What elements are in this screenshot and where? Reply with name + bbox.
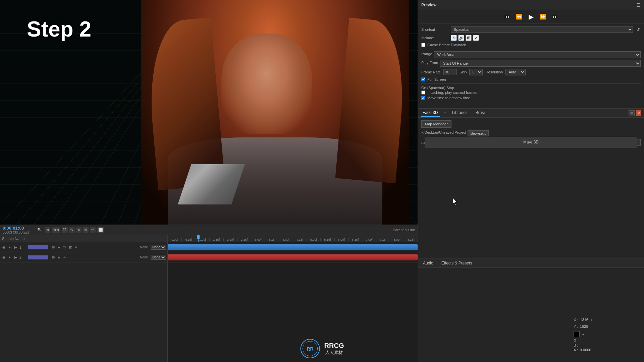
tl-btn-1[interactable]: ⊲ (45, 227, 50, 233)
tl-btn-6[interactable]: ⊕ (83, 227, 89, 233)
playback-prev-btn[interactable]: ⏪ (514, 12, 525, 21)
tab-audio[interactable]: Audio (421, 259, 435, 267)
resolution-label: Resolution (485, 70, 503, 74)
ruler-0: 0:00f (168, 238, 181, 241)
track-layer-1[interactable] (168, 242, 418, 252)
tab-brusi[interactable]: Brusi (474, 109, 487, 117)
playback-next-btn[interactable]: ⏩ (538, 12, 548, 21)
layer2-blend-btn[interactable]: ◈ (57, 255, 61, 260)
playback-controls: ⏮ ⏪ ▶ ⏩ ⏭ (418, 10, 644, 23)
tl-btn-3[interactable]: ☷ (62, 227, 68, 233)
playback-play-btn[interactable]: ▶ (527, 11, 536, 22)
magnifier-icon[interactable]: 🔍 (37, 228, 42, 232)
ruler-6: 3:00f (251, 238, 265, 241)
include-export-btn[interactable]: ↗ (473, 35, 479, 41)
ruler-9: 4:15f (293, 238, 307, 241)
ruler-17: 8:15f (404, 238, 418, 241)
preview-title: Preview (421, 3, 436, 7)
playhead[interactable] (198, 235, 199, 242)
b-label: B : (574, 343, 578, 347)
table-row[interactable]: ◉ ♦ ▶ 2 ⊞ ◈ ✏ None None (0, 252, 167, 262)
make-3d-button[interactable]: Ma‹e 3D (425, 137, 637, 147)
layer-list: Source Name ◉ ♦ ▶ 1 ⊞ ◈ fx ◩ ✏ None None (0, 235, 168, 362)
range-label: Range (421, 52, 432, 56)
frame-rate-input[interactable] (443, 69, 457, 75)
cache-checkbox[interactable] (421, 43, 425, 47)
if-caching-checkbox[interactable] (421, 90, 425, 95)
preview-settings: Shortcut Spacebar ↺ Include: 👁 🔊 ⊞ ↗ Cac… (418, 23, 644, 104)
ruler-4: 2:00f (223, 238, 237, 241)
map-manager-button[interactable]: Map Manager (421, 120, 451, 128)
track-bar-1-blue (168, 244, 418, 250)
table-row[interactable]: ◉ ♦ ▶ 1 ⊞ ◈ fx ◩ ✏ None None (0, 242, 167, 252)
layer-area: Source Name ◉ ♦ ▶ 1 ⊞ ◈ fx ◩ ✏ None None (0, 235, 418, 362)
ruler-16: 8:00f (390, 238, 404, 241)
layer2-none-select[interactable]: None (151, 255, 166, 260)
layer1-vis-btn[interactable]: ◉ (1, 245, 6, 250)
tl-btn-4[interactable]: fx (69, 227, 75, 233)
step-label: Step 2 (27, 17, 91, 42)
layer1-3d-btn[interactable]: ⊞ (51, 245, 56, 250)
tl-btn-7[interactable]: ✏ (90, 227, 96, 233)
r-label: R : (582, 332, 586, 336)
bottom-right-header: Audio Effects & Presets (418, 258, 644, 268)
viewport: Step 2 (0, 0, 418, 225)
include-overlay-btn[interactable]: ⊞ (466, 35, 472, 41)
browse-button[interactable]: Browse... (468, 130, 489, 136)
shortcut-label: Shortcut (421, 27, 448, 32)
include-audio-btn[interactable]: 🔊 (458, 35, 464, 41)
tl-btn-2[interactable]: ⊲⊲ (52, 227, 60, 233)
layer2-audio-btn[interactable]: ♦ (7, 255, 12, 260)
tab-face3d[interactable]: Face 3D (421, 109, 440, 117)
layer1-pen-btn[interactable]: ✏ (74, 245, 78, 250)
layer1-none-select[interactable]: None (151, 245, 166, 250)
fullscreen-checkbox[interactable] (421, 77, 425, 81)
playhead-top (197, 235, 200, 239)
include-video-btn[interactable]: 👁 (451, 35, 457, 41)
project-path-row: ~/Desktop/Unsaved Project Browse... (421, 130, 641, 136)
layer2-3d-btn[interactable]: ⊞ (51, 255, 56, 260)
shortcut-row: Shortcut Spacebar ↺ (421, 26, 641, 33)
layer1-audio-btn[interactable]: ♦ (7, 245, 12, 250)
a-label: A : (574, 348, 578, 352)
time-sub-display: 00003 (30.00 fps) (3, 231, 35, 234)
skip-select[interactable]: 0 (469, 69, 483, 75)
play-from-select[interactable]: Start Of Range (440, 60, 641, 67)
layer1-mask-btn[interactable]: ◩ (68, 245, 73, 250)
ruler-marks: 0:00f 0:15f 1:00f 1:15f 2:00f 2:15f 3:00… (168, 235, 418, 242)
track-area: 0:00f 0:15f 1:00f 1:15f 2:00f 2:15f 3:00… (168, 235, 418, 362)
layer2-pen-btn[interactable]: ✏ (62, 255, 67, 260)
layer1-expand-btn[interactable]: ▶ (13, 245, 18, 250)
framerate-row: Frame Rate Skip 0 Resolution Auto (421, 69, 641, 75)
move-time-checkbox[interactable] (421, 96, 425, 100)
shortcut-select[interactable]: Spacebar (451, 26, 633, 33)
panel-small-btn-2[interactable]: ✕ (636, 110, 641, 116)
tab-libraries[interactable]: Libraries (450, 109, 470, 117)
playback-first-btn[interactable]: ⏮ (502, 12, 512, 21)
move-time-label: Move time to preview time (427, 96, 470, 100)
panel-small-btn-1[interactable]: ⊞ (629, 110, 635, 116)
shortcut-reset-btn[interactable]: ↺ (636, 26, 641, 33)
r-row: R : (574, 331, 641, 337)
g-label: G : (574, 339, 579, 343)
ruler-8: 4:00f (279, 238, 292, 241)
frame-rate-label: Frame Rate (421, 70, 441, 74)
parent-link-label: Parent & Link (393, 228, 415, 232)
layer1-blend-btn[interactable]: ◈ (57, 245, 61, 250)
layer2-expand-btn[interactable]: ▶ (13, 255, 18, 260)
track-bar-2-red (168, 254, 418, 260)
timeline-header: 0:00:01:03 00003 (30.00 fps) 🔍 ⊲ ⊲⊲ ☷ fx… (0, 225, 418, 235)
track-layer-2[interactable] (168, 252, 418, 262)
timeline-panel: 0:00:01:03 00003 (30.00 fps) 🔍 ⊲ ⊲⊲ ☷ fx… (0, 225, 418, 362)
panel-menu-button[interactable]: ☰ (636, 2, 641, 8)
tl-btn-5[interactable]: ◈ (76, 227, 82, 233)
range-select[interactable]: Work Area (434, 51, 641, 58)
playback-last-btn[interactable]: ⏭ (550, 12, 560, 21)
plus-label: + (590, 318, 592, 322)
layer1-fx-btn[interactable]: fx (62, 245, 67, 250)
layer2-vis-btn[interactable]: ◉ (1, 255, 6, 260)
tab-effects-presets[interactable]: Effects & Presets (439, 259, 474, 267)
resolution-select[interactable]: Auto (505, 69, 526, 75)
tl-btn-8[interactable]: ⬜ (97, 227, 104, 233)
source-name-label: Source Name (2, 237, 24, 241)
